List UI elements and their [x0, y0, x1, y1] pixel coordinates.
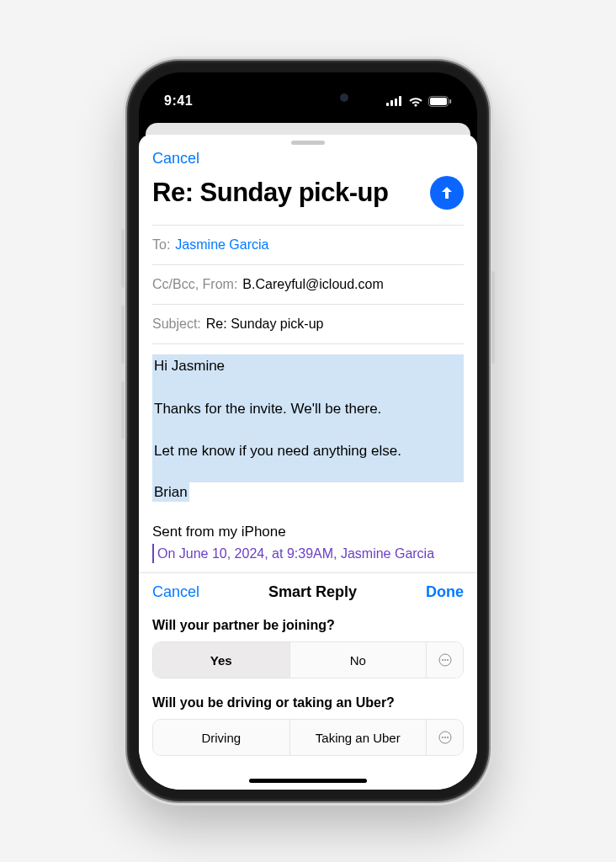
subject-label: Subject: [152, 317, 201, 332]
smart-reply-title: Smart Reply [268, 583, 357, 601]
smart-reply-cancel-button[interactable]: Cancel [152, 583, 199, 601]
q2-option-uber[interactable]: Taking an Uber [289, 720, 427, 755]
subject-field[interactable]: Subject: Re: Sunday pick-up [152, 305, 464, 344]
status-indicators [386, 96, 452, 107]
svg-point-9 [442, 659, 443, 661]
svg-point-10 [444, 659, 446, 661]
iphone-frame: 9:41 [127, 61, 489, 801]
smart-reply-panel: Cancel Smart Reply Done Will your partne… [139, 572, 477, 790]
svg-rect-2 [395, 98, 397, 106]
q2-option-driving[interactable]: Driving [153, 720, 289, 755]
svg-rect-1 [390, 100, 393, 106]
body-line-4: Brian [152, 482, 189, 502]
body-line-2: Thanks for the invite. We'll be there. [152, 397, 464, 422]
body-line-3: Let me know if you need anything else. [152, 439, 464, 464]
question-2-options: Driving Taking an Uber [152, 719, 464, 756]
from-value: B.Careyful@icloud.com [242, 277, 383, 292]
compose-body[interactable]: Hi Jasmine Thanks for the invite. We'll … [152, 344, 464, 563]
to-field[interactable]: To: Jasmine Garcia [152, 225, 464, 265]
svg-point-4 [414, 104, 417, 106]
dynamic-island [258, 84, 358, 111]
smart-reply-done-button[interactable]: Done [426, 583, 464, 601]
question-1-options: Yes No [152, 641, 464, 678]
ellipsis-icon [438, 652, 453, 668]
to-label: To: [152, 237, 170, 253]
status-time: 9:41 [164, 93, 193, 109]
question-2: Will you be driving or taking an Uber? [152, 690, 464, 719]
svg-point-13 [442, 737, 443, 738]
question-1: Will your partner be joining? [152, 613, 464, 641]
cellular-icon [386, 96, 403, 106]
body-line-1: Hi Jasmine [152, 354, 464, 379]
svg-point-11 [447, 659, 449, 661]
arrow-up-icon [438, 184, 455, 201]
q1-more-button[interactable] [426, 642, 463, 678]
q1-option-no[interactable]: No [289, 642, 427, 678]
svg-point-14 [444, 737, 446, 738]
smart-reply-header: Cancel Smart Reply Done [152, 582, 464, 613]
sheet-grabber[interactable] [291, 141, 325, 145]
battery-icon [428, 96, 452, 107]
ccbcc-label: Cc/Bcc, From: [152, 277, 237, 292]
q1-option-yes[interactable]: Yes [153, 642, 289, 678]
to-value[interactable]: Jasmine Garcia [175, 237, 268, 253]
q2-more-button[interactable] [426, 720, 463, 755]
compose-title: Re: Sunday pick-up [152, 178, 388, 208]
svg-point-15 [447, 737, 449, 738]
compose-cancel-button[interactable]: Cancel [152, 150, 199, 167]
svg-rect-6 [430, 98, 447, 105]
screen: 9:41 [139, 72, 477, 790]
compose-sheet: Cancel Re: Sunday pick-up To: Jasmine Ga… [139, 135, 477, 790]
send-button[interactable] [430, 176, 464, 210]
home-indicator[interactable] [249, 779, 367, 783]
svg-rect-0 [386, 103, 389, 106]
wifi-icon [408, 96, 423, 107]
subject-value: Re: Sunday pick-up [206, 317, 324, 332]
ellipsis-icon [438, 730, 453, 745]
compose-title-row: Re: Sunday pick-up [152, 176, 464, 210]
signature: Sent from my iPhone [152, 503, 464, 543]
ccbcc-from-field[interactable]: Cc/Bcc, From: B.Careyful@icloud.com [152, 265, 464, 305]
svg-rect-3 [399, 96, 401, 106]
svg-rect-7 [449, 99, 451, 104]
quoted-header: On June 10, 2024, at 9:39AM, Jasmine Gar… [152, 544, 464, 563]
